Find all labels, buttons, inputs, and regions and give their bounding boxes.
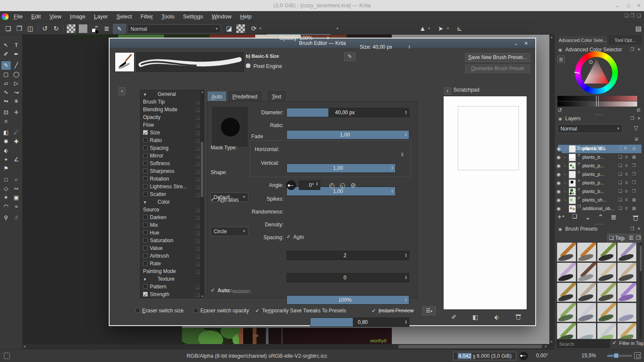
presets-scrollbar[interactable] xyxy=(639,242,642,339)
vertical-scrollbar[interactable]: ▴ ▾ xyxy=(549,35,555,349)
zoom-handle[interactable] xyxy=(614,353,619,358)
spinner-arrows-icon[interactable]: ▲▼ xyxy=(390,164,395,172)
tag-button[interactable]: ❏ Tag▾ xyxy=(607,234,627,243)
dialog-options-menu-button[interactable]: ☰▾ xyxy=(422,306,436,315)
brush-option-size[interactable]: Size❏ xyxy=(140,129,204,136)
alpha-lock-icon[interactable]: α xyxy=(625,172,628,176)
color-sampler-tool[interactable]: ☄ xyxy=(12,128,21,137)
choose-brush-settings-icon[interactable]: ≣ xyxy=(102,25,111,33)
brush-editor-toggle-button[interactable]: ✎ xyxy=(113,24,126,34)
inherit-alpha-icon[interactable]: ▦ xyxy=(632,197,636,202)
scroll-up-icon[interactable]: ▲ xyxy=(201,90,204,93)
gradient-chooser-icon[interactable] xyxy=(67,24,75,33)
menu-window[interactable]: Window xyxy=(207,11,236,22)
scroll-down-icon[interactable]: ▾ xyxy=(551,339,552,344)
pan-tool[interactable]: ☝ xyxy=(12,214,21,222)
fg-bg-colors-icon[interactable]: ⇄ xyxy=(92,25,100,33)
visibility-eye-icon[interactable]: ◉ xyxy=(557,163,561,169)
pattern-chooser-icon[interactable] xyxy=(79,24,87,33)
layer-lock-icon[interactable]: ❏ xyxy=(618,172,622,176)
hue-ring[interactable] xyxy=(575,51,618,94)
similar-select-tool[interactable]: ▣ xyxy=(12,193,21,202)
wrap-around-icon[interactable]: ⊾ xyxy=(455,25,464,33)
checkbox-icon[interactable] xyxy=(143,138,148,142)
brush-size-slider[interactable]: Size: 40,00 px ▲▼ xyxy=(345,42,413,51)
inherit-alpha-icon[interactable]: ❒ xyxy=(632,163,636,168)
tab-predefined[interactable]: Predefined xyxy=(229,92,261,101)
layers-menu-icon[interactable]: ≡ xyxy=(635,135,638,142)
open-document-icon[interactable]: ❐ xyxy=(15,25,24,33)
triangle-down-icon[interactable]: ▼ xyxy=(143,199,149,206)
polyline-tool[interactable]: ▷ xyxy=(12,79,21,88)
spinner-arrows-icon[interactable]: ▲▼ xyxy=(623,145,628,151)
brush-option-ratio[interactable]: Ratio❏ xyxy=(140,136,204,144)
menu-tools[interactable]: Tools xyxy=(157,11,179,22)
dock-toggle-icon[interactable]: ❏ xyxy=(624,13,629,18)
menu-help[interactable]: Help xyxy=(236,11,256,22)
tab-auto[interactable]: Auto xyxy=(208,92,226,101)
spinner-arrows-icon[interactable]: ▲▼ xyxy=(403,251,408,260)
checkbox-icon[interactable] xyxy=(143,153,148,158)
menu-filter[interactable]: Filter xyxy=(136,11,157,22)
scroll-right-icon[interactable]: ▸ xyxy=(545,344,547,349)
layer-row[interactable]: ◉∟↱plants_b...❏α❒ xyxy=(557,187,642,196)
spinner-arrows-icon[interactable]: ▲▼ xyxy=(403,318,408,326)
scratchpad-fill-icon[interactable]: ⬖ xyxy=(493,313,501,321)
brush-option-saturation[interactable]: Saturation❏ xyxy=(140,237,204,244)
visibility-eye-icon[interactable]: ◉ xyxy=(557,154,561,160)
freehand-select-tool[interactable]: ∾ xyxy=(12,184,21,193)
visibility-eye-icon[interactable]: ◉ xyxy=(557,172,561,177)
reference-images-tool[interactable]: ⚑ xyxy=(1,164,11,173)
reload-preset-icon[interactable]: ⟳ xyxy=(249,25,259,33)
visibility-eye-icon[interactable]: ◉ xyxy=(557,180,561,186)
brush-option-scatter[interactable]: Scatter❏ xyxy=(140,190,204,198)
mirror-horizontal-icon[interactable]: ▲ xyxy=(418,25,427,33)
image-size-memory[interactable]: 4.042x6.000 (3,0 GiB) xyxy=(453,352,516,360)
gradient-tool[interactable]: ◧ xyxy=(1,128,11,137)
instant-preview-checkbox[interactable]: Instant Preview xyxy=(372,307,414,314)
brush-option-airbrush[interactable]: Airbrush❏ xyxy=(140,252,204,260)
close-docker-icon[interactable]: ✕ xyxy=(637,226,641,231)
overwrite-preset-button[interactable]: Overwrite Brush Preset xyxy=(465,64,530,73)
layer-opacity-slider[interactable]: Opacity: 100% ▲▼ xyxy=(558,144,629,152)
tab-text[interactable]: Text xyxy=(268,92,285,101)
layer-row[interactable]: ◉❒additional_ob...❏α▦ xyxy=(557,205,642,213)
fade-vertical-slider[interactable]: 1,00 ▲▼ xyxy=(286,187,396,196)
menu-edit[interactable]: Edit xyxy=(27,11,45,22)
layer-lock-icon[interactable]: ❏ xyxy=(618,180,622,185)
freehand-brush-tool[interactable]: ✎ xyxy=(1,61,11,70)
scratchpad-clear-icon[interactable] xyxy=(514,313,522,321)
layer-lock-icon[interactable]: ❏ xyxy=(618,163,622,168)
checkbox-icon[interactable] xyxy=(143,238,148,243)
transform-tool[interactable]: ⊡ xyxy=(1,108,11,117)
mirror-vertical-icon[interactable]: ➤ xyxy=(436,25,445,33)
preserve-alpha-icon[interactable] xyxy=(236,24,245,33)
new-document-icon[interactable]: ❏ xyxy=(3,25,13,33)
layer-row[interactable]: ◉∟↱plants_sh...❏α▦ xyxy=(557,196,642,205)
fill-tool[interactable]: ⬖ xyxy=(1,146,11,155)
spinner-arrows-icon[interactable]: ▲▼ xyxy=(403,131,408,139)
options-scrollbar[interactable]: ▲ ▼ xyxy=(200,90,204,298)
dialog-detach-icon[interactable]: ⌄ xyxy=(514,39,518,48)
brush-preset-thumbnail[interactable] xyxy=(557,242,576,262)
rect-select-tool[interactable]: □ xyxy=(1,175,11,184)
checkbox-icon[interactable] xyxy=(143,230,148,235)
menu-view[interactable]: View xyxy=(45,11,66,22)
scroll-down-icon[interactable]: ▼ xyxy=(201,295,204,298)
horizontal-scrollbar[interactable]: ◂ ▸ xyxy=(22,344,549,349)
auto-precision-checkbox[interactable]: Auto xyxy=(211,288,229,294)
chevron-down-icon[interactable]: ▾ xyxy=(428,27,430,30)
brush-option-painting-mode[interactable]: Painting Mode❏ xyxy=(140,267,204,275)
move-tool[interactable]: ✛ xyxy=(12,108,21,117)
layer-row[interactable]: ◉∟↱plants_p...❏α❒ xyxy=(557,170,642,179)
brush-preset-thumbnail[interactable] xyxy=(617,262,637,282)
undo-icon[interactable]: ↺ xyxy=(40,25,50,33)
visibility-eye-icon[interactable]: ◉ xyxy=(557,206,561,211)
brush-preset-thumbnail[interactable] xyxy=(617,242,637,262)
brush-option-lightness-stre[interactable]: Lightness Stre...❏ xyxy=(140,183,204,190)
redo-icon[interactable]: ↻ xyxy=(51,25,61,33)
menu-image[interactable]: Image xyxy=(66,11,89,22)
brush-option-source[interactable]: Source❏ xyxy=(140,206,204,214)
spikes-slider[interactable]: 2 ▲▼ xyxy=(286,251,409,260)
triangle-down-icon[interactable]: ▼ xyxy=(143,276,149,283)
